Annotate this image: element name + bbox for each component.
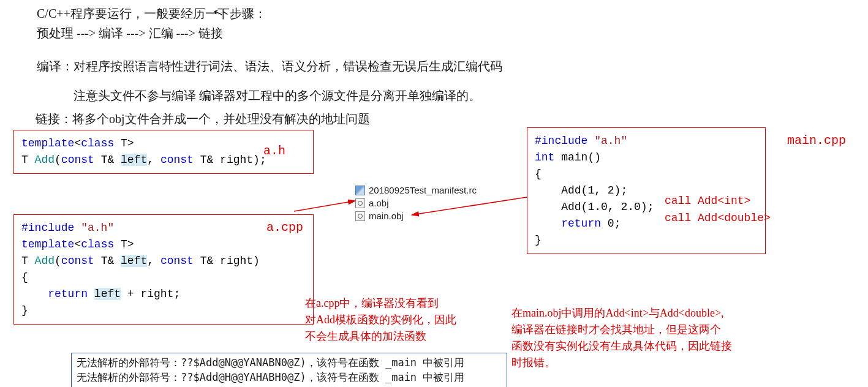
linker-error-2: 无法解析的外部符号：??$Add@H@@YAHABH0@Z)，该符号在函数 _m… <box>77 370 502 385</box>
obj-file-icon <box>355 211 365 221</box>
intro-line2: 预处理 ---> 编译 ---> 汇编 ---> 链接 <box>37 23 266 43</box>
acpp-line3: T Add(const T& left, const T& right) <box>21 253 306 269</box>
acpp-line4: { <box>21 269 306 286</box>
intro-line1: C/C++程序要运行，一般要经历一下步骤： <box>37 4 266 23</box>
acpp-line5: return left + right; <box>21 286 306 302</box>
call-add-int: call Add<int> <box>665 195 750 207</box>
file-row-aobj: a.obj <box>355 198 477 208</box>
acpp-line1: #include "a.h" <box>21 220 306 236</box>
obj-file-icon <box>355 198 365 208</box>
file-row-manifest: 20180925Test_manifest.rc <box>355 185 477 195</box>
intro-para2: 注意头文件不参与编译 编译器对工程中的多个源文件是分离开单独编译的。 <box>74 86 481 105</box>
intro-para1: 编译：对程序按照语言特性进行词法、语法、语义分析，错误检查无误后生成汇编代码 <box>37 56 502 76</box>
label-maincpp: main.cpp <box>787 133 846 148</box>
acpp-line2: template<class T> <box>21 236 306 253</box>
main-line2: int main() <box>535 149 758 166</box>
intro-para3: 链接：将多个obj文件合并成一个，并处理没有解决的地址问题 <box>36 109 370 129</box>
note-mainobj: 在main.obj中调用的Add<int>与Add<double>, 编译器在链… <box>511 305 732 371</box>
main-line3: { <box>535 166 758 182</box>
rc-file-icon <box>355 186 365 195</box>
file-list: 20180925Test_manifest.rc a.obj main.obj <box>355 185 477 224</box>
acpp-line6: } <box>21 302 306 319</box>
file-row-mainobj: main.obj <box>355 211 477 221</box>
main-line1: #include "a.h" <box>535 133 758 149</box>
svg-line-0 <box>294 201 355 211</box>
note-acpp: 在a.cpp中，编译器没有看到 对Add模板函数的实例化，因此 不会生成具体的加… <box>305 295 456 345</box>
call-add-double: call Add<double> <box>665 212 771 224</box>
label-acpp: a.cpp <box>266 220 303 235</box>
main-line7: } <box>535 232 758 249</box>
linker-error-box: 无法解析的外部符号：??$Add@N@@YANABN0@Z)，该符号在函数 _m… <box>71 353 507 387</box>
intro-text: C/C++程序要运行，一般要经历一下步骤： 预处理 ---> 编译 ---> 汇… <box>37 4 266 43</box>
code-box-maincpp: #include "a.h" int main() { Add(1, 2); A… <box>527 127 766 254</box>
linker-error-1: 无法解析的外部符号：??$Add@N@@YANABN0@Z)，该符号在函数 _m… <box>77 356 502 370</box>
label-ah: a.h <box>263 144 285 158</box>
